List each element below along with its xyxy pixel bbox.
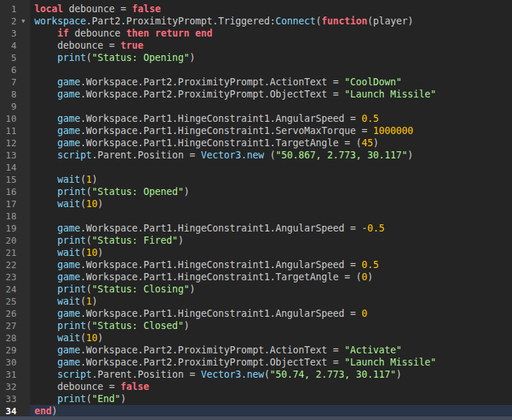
- code-line[interactable]: 33print("End"): [0, 393, 512, 405]
- code-line[interactable]: 10game.Workspace.Part1.HingeConstraint1.…: [0, 113, 512, 125]
- code-text[interactable]: print("Status: Opened"): [30, 186, 512, 198]
- gutter-cell[interactable]: 28: [0, 332, 30, 344]
- gutter-cell[interactable]: 14: [0, 161, 30, 173]
- code-text[interactable]: end): [30, 405, 512, 417]
- code-text[interactable]: local debounce = false: [30, 3, 512, 15]
- code-text[interactable]: print("End"): [30, 393, 512, 405]
- code-line[interactable]: 9: [0, 100, 512, 113]
- gutter-cell[interactable]: 25: [0, 295, 30, 307]
- code-text[interactable]: wait(10): [30, 198, 512, 210]
- code-text[interactable]: game.Workspace.Part1.HingeConstraint1.An…: [30, 113, 512, 125]
- code-line[interactable]: 34end): [0, 405, 512, 417]
- code-text[interactable]: print("Status: Closing"): [30, 283, 512, 295]
- code-line[interactable]: 11game.Workspace.Part1.HingeConstraint1.…: [0, 125, 512, 137]
- code-text[interactable]: debounce = false: [30, 381, 512, 393]
- code-text[interactable]: game.Workspace.Part2.ProximityPrompt.Obj…: [30, 356, 512, 368]
- gutter-cell[interactable]: 26: [0, 307, 30, 320]
- code-text[interactable]: game.Workspace.Part2.ProximityPrompt.Act…: [30, 76, 512, 88]
- code-text[interactable]: print("Status: Fired"): [30, 234, 512, 247]
- code-text[interactable]: [30, 161, 512, 173]
- code-text[interactable]: game.Workspace.Part1.HingeConstraint1.An…: [30, 222, 512, 234]
- gutter-cell[interactable]: 10: [0, 113, 30, 125]
- code-text[interactable]: [30, 210, 512, 222]
- code-text[interactable]: script.Parent.Position = Vector3.new ("5…: [30, 149, 512, 161]
- gutter-cell[interactable]: 7: [0, 76, 30, 88]
- code-line[interactable]: 16print("Status: Opened"): [0, 186, 512, 198]
- gutter-cell[interactable]: 30: [0, 356, 30, 368]
- code-text[interactable]: game.Workspace.Part2.ProximityPrompt.Act…: [30, 344, 512, 356]
- code-text[interactable]: if debounce then return end: [30, 27, 512, 39]
- code-line[interactable]: 31script.Parent.Position = Vector3.new("…: [0, 368, 512, 381]
- code-text[interactable]: wait(10): [30, 332, 512, 344]
- gutter-cell[interactable]: 5: [0, 52, 30, 64]
- gutter-cell[interactable]: 32: [0, 381, 30, 393]
- code-text[interactable]: game.Workspace.Part1.HingeConstraint1.Se…: [30, 125, 512, 137]
- code-line[interactable]: 21wait(10): [0, 247, 512, 259]
- code-line[interactable]: 25wait(1): [0, 295, 512, 307]
- gutter-cell[interactable]: 12: [0, 137, 30, 149]
- code-text[interactable]: print("Status: Closed"): [30, 320, 512, 332]
- code-line[interactable]: 3if debounce then return end: [0, 27, 512, 39]
- gutter-cell[interactable]: 16: [0, 186, 30, 198]
- code-text[interactable]: debounce = true: [30, 39, 512, 52]
- gutter-cell[interactable]: 19: [0, 222, 30, 234]
- fold-arrow-icon[interactable]: ▼: [16, 15, 30, 27]
- code-line[interactable]: 8game.Workspace.Part2.ProximityPrompt.Ob…: [0, 88, 512, 100]
- gutter-cell[interactable]: 2▼: [0, 15, 30, 27]
- code-text[interactable]: wait(1): [30, 173, 512, 186]
- code-line[interactable]: 24print("Status: Closing"): [0, 283, 512, 295]
- code-line[interactable]: 27print("Status: Closed"): [0, 320, 512, 332]
- code-line[interactable]: 32debounce = false: [0, 381, 512, 393]
- code-text[interactable]: workspace.Part2.ProximityPrompt.Triggere…: [30, 15, 512, 27]
- gutter-cell[interactable]: 8: [0, 88, 30, 100]
- gutter-cell[interactable]: 34: [0, 405, 30, 417]
- code-line[interactable]: 5print("Status: Opening"): [0, 52, 512, 64]
- code-line[interactable]: 23game.Workspace.Part1.HingeConstraint1.…: [0, 271, 512, 283]
- gutter-cell[interactable]: 13: [0, 149, 30, 161]
- gutter-cell[interactable]: 20: [0, 234, 30, 247]
- gutter-cell[interactable]: 4: [0, 39, 30, 52]
- gutter-cell[interactable]: 21: [0, 247, 30, 259]
- code-text[interactable]: game.Workspace.Part1.HingeConstraint1.An…: [30, 307, 512, 320]
- gutter-cell[interactable]: 27: [0, 320, 30, 332]
- code-text[interactable]: [30, 100, 512, 113]
- code-line[interactable]: 26game.Workspace.Part1.HingeConstraint1.…: [0, 307, 512, 320]
- code-text[interactable]: game.Workspace.Part1.HingeConstraint1.An…: [30, 259, 512, 271]
- gutter-cell[interactable]: 6: [0, 64, 30, 76]
- code-line[interactable]: 19game.Workspace.Part1.HingeConstraint1.…: [0, 222, 512, 234]
- gutter-cell[interactable]: 11: [0, 125, 30, 137]
- gutter-cell[interactable]: 3: [0, 27, 30, 39]
- code-line[interactable]: 1local debounce = false: [0, 3, 512, 15]
- gutter-cell[interactable]: 15: [0, 173, 30, 186]
- code-text[interactable]: [30, 64, 512, 76]
- code-text[interactable]: wait(10): [30, 247, 512, 259]
- gutter-cell[interactable]: 23: [0, 271, 30, 283]
- code-text[interactable]: script.Parent.Position = Vector3.new("50…: [30, 368, 512, 381]
- code-line[interactable]: 17wait(10): [0, 198, 512, 210]
- code-line[interactable]: 30game.Workspace.Part2.ProximityPrompt.O…: [0, 356, 512, 368]
- gutter-cell[interactable]: 18: [0, 210, 30, 222]
- code-line[interactable]: 14: [0, 161, 512, 173]
- gutter-cell[interactable]: 33: [0, 393, 30, 405]
- code-line[interactable]: 18: [0, 210, 512, 222]
- code-line[interactable]: 4debounce = true: [0, 39, 512, 52]
- code-line[interactable]: 29game.Workspace.Part2.ProximityPrompt.A…: [0, 344, 512, 356]
- code-text[interactable]: game.Workspace.Part2.ProximityPrompt.Obj…: [30, 88, 512, 100]
- code-line[interactable]: 22game.Workspace.Part1.HingeConstraint1.…: [0, 259, 512, 271]
- code-text[interactable]: print("Status: Opening"): [30, 52, 512, 64]
- gutter-cell[interactable]: 9: [0, 100, 30, 113]
- code-line[interactable]: 6: [0, 64, 512, 76]
- code-text[interactable]: game.Workspace.Part1.HingeConstraint1.Ta…: [30, 271, 512, 283]
- code-line[interactable]: 15wait(1): [0, 173, 512, 186]
- gutter-cell[interactable]: 24: [0, 283, 30, 295]
- code-line[interactable]: 13script.Parent.Position = Vector3.new (…: [0, 149, 512, 161]
- code-line[interactable]: 20print("Status: Fired"): [0, 234, 512, 247]
- gutter-cell[interactable]: 22: [0, 259, 30, 271]
- code-line[interactable]: 28wait(10): [0, 332, 512, 344]
- gutter-cell[interactable]: 17: [0, 198, 30, 210]
- gutter-cell[interactable]: 29: [0, 344, 30, 356]
- code-line[interactable]: 12game.Workspace.Part1.HingeConstraint1.…: [0, 137, 512, 149]
- code-text[interactable]: wait(1): [30, 295, 512, 307]
- code-line[interactable]: 7game.Workspace.Part2.ProximityPrompt.Ac…: [0, 76, 512, 88]
- code-text[interactable]: game.Workspace.Part1.HingeConstraint1.Ta…: [30, 137, 512, 149]
